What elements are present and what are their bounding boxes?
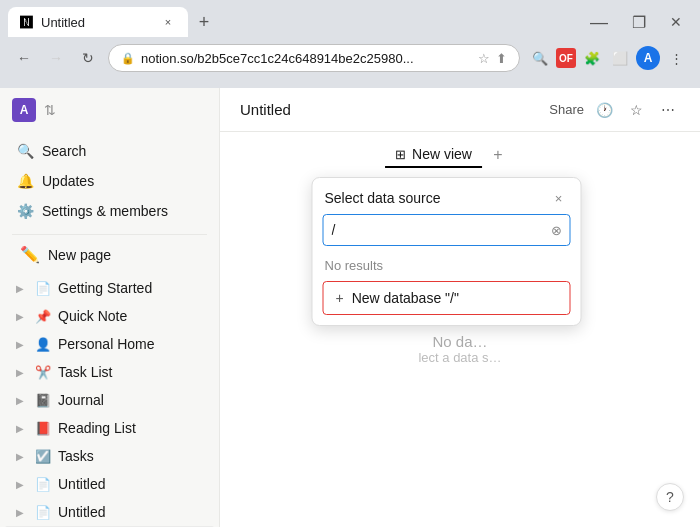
page-icon-getting-started: 📄: [34, 281, 52, 296]
page-item-journal[interactable]: ▶ 📓 Journal: [4, 386, 215, 414]
more-options-icon[interactable]: ⋯: [656, 98, 680, 122]
popup-close-button[interactable]: ×: [549, 188, 569, 208]
page-item-untitled-2[interactable]: ▶ 📄 Untitled: [4, 498, 215, 526]
new-page-button[interactable]: ✏️ New page: [4, 241, 215, 268]
workspace-icon[interactable]: A: [12, 98, 36, 122]
sidebar-item-settings-label: Settings & members: [42, 203, 168, 219]
arrow-icon-quick-note: ▶: [12, 311, 28, 322]
new-page-icon: ✏️: [20, 245, 40, 264]
select-data-text: lect a data s…: [418, 350, 501, 365]
view-tab-label: New view: [412, 146, 472, 162]
select-datasource-popup: Select data source × ⊗ No results + New …: [312, 177, 582, 326]
page-icon-personal-home: 👤: [34, 337, 52, 352]
main-content: Untitled Share 🕐 ☆ ⋯ ⊞ New view + No da……: [220, 88, 700, 527]
settings-icon: ⚙️: [16, 203, 34, 219]
new-tab-button[interactable]: +: [190, 8, 218, 36]
updates-icon: 🔔: [16, 173, 34, 189]
page-label-untitled-1: Untitled: [58, 476, 105, 492]
sidebar-divider: [12, 234, 207, 235]
page-item-personal-home[interactable]: ▶ 👤 Personal Home: [4, 330, 215, 358]
notion-favicon: 🅽: [20, 15, 33, 30]
nav-bar: ← → ↻ 🔒 notion.so/b2b5ce7cc1c24c648914be…: [0, 38, 700, 78]
no-data-text: No da…: [418, 333, 501, 350]
help-icon: ?: [666, 489, 674, 505]
refresh-button[interactable]: ↻: [76, 46, 100, 70]
new-database-button[interactable]: + New database "/": [323, 281, 571, 315]
sidebar-header: A ⇅: [0, 88, 219, 132]
menu-icon[interactable]: ⋮: [664, 46, 688, 70]
page-item-tasks[interactable]: ▶ ☑️ Tasks: [4, 442, 215, 470]
extension-icon[interactable]: OF: [556, 48, 576, 68]
browser-tab[interactable]: 🅽 Untitled ×: [8, 7, 188, 37]
new-db-label: New database "/": [352, 290, 459, 306]
help-button[interactable]: ?: [656, 483, 684, 511]
sidebar-item-search-label: Search: [42, 143, 86, 159]
address-bar[interactable]: 🔒 notion.so/b2b5ce7cc1c24c648914be2c2598…: [108, 44, 520, 72]
page-label-untitled-2: Untitled: [58, 504, 105, 520]
arrow-icon-personal-home: ▶: [12, 339, 28, 350]
sidebar-pages: ▶ 📄 Getting Started ▶ 📌 Quick Note ▶ 👤 P…: [0, 270, 219, 527]
browser-chrome: 🅽 Untitled × + — ❐ ✕ ← → ↻ 🔒 notion.so/b…: [0, 0, 700, 88]
page-label-personal-home: Personal Home: [58, 336, 155, 352]
no-data-placeholder: No da… lect a data s…: [418, 333, 501, 365]
page-label-task-list: Task List: [58, 364, 112, 380]
page-icon-reading-list: 📕: [34, 421, 52, 436]
search-icon: 🔍: [16, 143, 34, 159]
page-item-quick-note[interactable]: ▶ 📌 Quick Note: [4, 302, 215, 330]
address-text: notion.so/b2b5ce7cc1c24c648914be2c25980.…: [141, 51, 472, 66]
page-item-task-list[interactable]: ▶ ✂️ Task List: [4, 358, 215, 386]
sidebar-nav: 🔍 Search 🔔 Updates ⚙️ Settings & members: [0, 132, 219, 230]
maximize-button[interactable]: ❐: [622, 13, 656, 32]
star-address-icon[interactable]: ☆: [478, 51, 490, 66]
view-tabs: ⊞ New view +: [385, 142, 510, 168]
arrow-icon-untitled-1: ▶: [12, 479, 28, 490]
popup-header: Select data source ×: [313, 178, 581, 214]
window-controls: — ❐ ✕: [580, 12, 692, 33]
tab-title: Untitled: [41, 15, 152, 30]
header-actions: Share 🕐 ☆ ⋯: [549, 98, 680, 122]
page-icon-tasks: ☑️: [34, 449, 52, 464]
sidebar: A ⇅ 🔍 Search 🔔 Updates ⚙️ Settings & mem…: [0, 88, 220, 527]
minimize-button[interactable]: —: [580, 12, 618, 33]
arrow-icon-getting-started: ▶: [12, 283, 28, 294]
search-nav-icon[interactable]: 🔍: [528, 46, 552, 70]
page-icon-quick-note: 📌: [34, 309, 52, 324]
history-icon[interactable]: 🕐: [592, 98, 616, 122]
page-label-tasks: Tasks: [58, 448, 94, 464]
forward-button[interactable]: →: [44, 46, 68, 70]
page-item-reading-list[interactable]: ▶ 📕 Reading List: [4, 414, 215, 442]
arrow-icon-task-list: ▶: [12, 367, 28, 378]
share-button[interactable]: Share: [549, 102, 584, 117]
sidebar-toggle-button[interactable]: ⇅: [44, 102, 56, 118]
close-button[interactable]: ✕: [660, 14, 692, 30]
arrow-icon-tasks: ▶: [12, 451, 28, 462]
content-body: ⊞ New view + No da… lect a data s… Selec…: [220, 132, 700, 527]
share-address-icon[interactable]: ⬆: [496, 51, 507, 66]
page-label-quick-note: Quick Note: [58, 308, 127, 324]
page-label-getting-started: Getting Started: [58, 280, 152, 296]
add-view-button[interactable]: +: [486, 143, 510, 167]
profile-icon[interactable]: A: [636, 46, 660, 70]
sidebar-item-search[interactable]: 🔍 Search: [4, 136, 215, 166]
view-tab-new-view[interactable]: ⊞ New view: [385, 142, 482, 168]
new-page-label: New page: [48, 247, 111, 263]
puzzle-icon[interactable]: 🧩: [580, 46, 604, 70]
back-button[interactable]: ←: [12, 46, 36, 70]
datasource-search-input[interactable]: [332, 222, 545, 238]
page-item-getting-started[interactable]: ▶ 📄 Getting Started: [4, 274, 215, 302]
arrow-icon-untitled-2: ▶: [12, 507, 28, 518]
favorite-icon[interactable]: ☆: [624, 98, 648, 122]
sidebar-item-updates[interactable]: 🔔 Updates: [4, 166, 215, 196]
page-title: Untitled: [240, 101, 549, 118]
page-label-journal: Journal: [58, 392, 104, 408]
title-bar: 🅽 Untitled × + — ❐ ✕: [0, 0, 700, 38]
lock-icon: 🔒: [121, 52, 135, 65]
screenshot-icon[interactable]: ⬜: [608, 46, 632, 70]
no-results-text: No results: [313, 254, 581, 281]
search-input-container[interactable]: ⊗: [323, 214, 571, 246]
page-item-untitled-1[interactable]: ▶ 📄 Untitled: [4, 470, 215, 498]
tab-close-button[interactable]: ×: [160, 14, 176, 30]
sidebar-item-settings[interactable]: ⚙️ Settings & members: [4, 196, 215, 226]
search-clear-button[interactable]: ⊗: [551, 223, 562, 238]
plus-icon: +: [336, 290, 344, 306]
